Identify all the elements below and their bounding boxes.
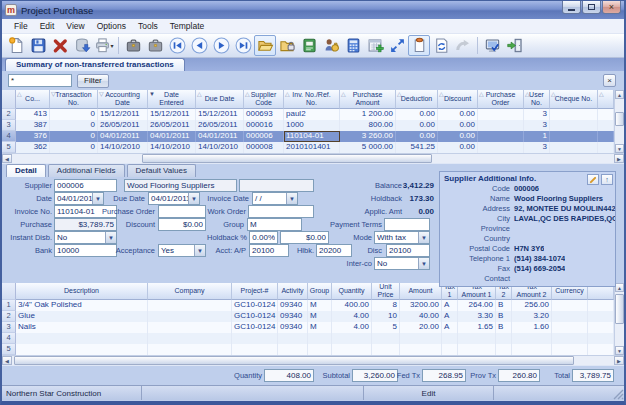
grid-cell[interactable]: 3200.00 xyxy=(400,300,442,311)
column-header[interactable]: △Co... xyxy=(16,90,50,109)
grid-cell[interactable] xyxy=(400,344,442,355)
row-number[interactable]: 4 xyxy=(2,131,16,142)
grid-cell[interactable] xyxy=(478,131,524,142)
grid-cell[interactable] xyxy=(552,311,588,322)
grid-cell[interactable]: 800.00 xyxy=(340,120,396,131)
refresh-document-button[interactable] xyxy=(430,35,452,56)
grid-cell[interactable] xyxy=(552,333,588,344)
new-document-button[interactable] xyxy=(5,35,27,56)
grid-cell[interactable]: M xyxy=(308,322,332,333)
grid-cell[interactable] xyxy=(552,344,588,355)
chevron-down-icon[interactable]: ▼ xyxy=(92,193,103,204)
grid-cell[interactable]: 10 xyxy=(372,311,400,322)
menu-template[interactable]: Template xyxy=(164,21,211,31)
grid-cell[interactable]: 26/05/2011 xyxy=(98,120,148,131)
due-date-combo[interactable]: 04/01/2011▼ xyxy=(148,192,200,205)
delete-button[interactable] xyxy=(49,35,71,56)
grid-cell[interactable] xyxy=(588,300,614,311)
edit-supplier-button[interactable] xyxy=(587,174,599,185)
grid-cell[interactable] xyxy=(332,333,372,344)
column-header[interactable]: △Inv. No./Ref. No. xyxy=(284,90,340,109)
row-selector-header[interactable] xyxy=(2,90,16,109)
chevron-down-icon[interactable]: ▼ xyxy=(418,258,429,269)
grid-cell[interactable]: 3/4" Oak Polished xyxy=(16,300,148,311)
grid-cell[interactable]: 14/10/2010 xyxy=(196,142,244,153)
grid-cell[interactable]: 000693 xyxy=(244,109,284,120)
column-header[interactable]: Unit Price xyxy=(372,283,400,300)
grid-cell[interactable]: 3.30 xyxy=(458,311,496,322)
grid-cell[interactable] xyxy=(16,344,148,355)
grid-cell[interactable] xyxy=(588,333,614,344)
grid-cell[interactable]: A xyxy=(442,311,458,322)
table-row[interactable]: 3NailsGC10-012409340M4.00520.00A1.65B1.6… xyxy=(2,322,614,333)
column-header[interactable]: ▽Accounting Date xyxy=(98,90,148,109)
grid-cell[interactable] xyxy=(308,344,332,355)
grid-cell[interactable] xyxy=(588,344,614,355)
grid-cell[interactable]: A xyxy=(442,322,458,333)
tab-summary[interactable]: Summary of non-transferred transactions xyxy=(5,58,185,71)
scroll-thumb[interactable] xyxy=(615,112,624,126)
column-header[interactable]: ▼Date Entered xyxy=(148,90,196,109)
open-folder-button[interactable] xyxy=(254,35,276,56)
chevron-down-icon[interactable]: ▼ xyxy=(286,193,297,204)
grid-cell[interactable]: 541.25 xyxy=(396,142,438,153)
grid-cell[interactable]: 0 xyxy=(50,109,98,120)
grid-cell[interactable]: GC10-0124 xyxy=(232,300,278,311)
maximize-button[interactable] xyxy=(582,1,601,14)
folder-lock-button[interactable] xyxy=(276,35,298,56)
nav-last-button[interactable] xyxy=(232,35,254,56)
grid-cell[interactable] xyxy=(550,131,598,142)
filter-button[interactable]: Filter xyxy=(77,74,109,88)
grid-cell[interactable]: 04/01/2011 xyxy=(148,131,196,142)
grid-cell[interactable] xyxy=(512,333,552,344)
grid-cell[interactable] xyxy=(550,120,598,131)
column-header[interactable]: Quantity xyxy=(332,283,372,300)
monitor-check-button[interactable] xyxy=(481,35,503,56)
grid-cell[interactable]: GC10-0124 xyxy=(232,322,278,333)
acceptance-combo[interactable]: Yes▼ xyxy=(158,244,206,257)
grid-cell[interactable]: 09340 xyxy=(278,311,308,322)
scroll-up-icon[interactable]: ▲ xyxy=(615,283,624,292)
invoice-date-combo[interactable]: / /▼ xyxy=(252,192,298,205)
grid-cell[interactable]: A xyxy=(442,300,458,311)
grid-cell[interactable] xyxy=(496,333,512,344)
grid-cell[interactable]: 20.00 xyxy=(400,322,442,333)
grid-cell[interactable] xyxy=(478,142,524,153)
column-header[interactable]: △Discount xyxy=(438,90,478,109)
grid-cell[interactable]: Nails xyxy=(16,322,148,333)
column-header[interactable]: △Due Date xyxy=(196,90,244,109)
column-header[interactable]: Group xyxy=(308,283,332,300)
note-button[interactable] xyxy=(408,35,430,56)
grid-cell[interactable]: 0 xyxy=(50,142,98,153)
inter-co-combo[interactable]: No▼ xyxy=(374,257,430,270)
grid-cell[interactable] xyxy=(148,300,232,311)
grid-cell[interactable] xyxy=(598,142,614,153)
row-number[interactable]: 2 xyxy=(2,109,16,120)
grid-cell[interactable]: 4.00 xyxy=(332,322,372,333)
grid-cell[interactable] xyxy=(148,322,232,333)
grid-cell[interactable] xyxy=(332,344,372,355)
grid-cell[interactable]: 3 260.00 xyxy=(340,131,396,142)
grid-cell[interactable]: 3 xyxy=(524,120,550,131)
grid-cell[interactable]: 413 xyxy=(16,109,50,120)
briefcase-1-button[interactable] xyxy=(122,35,144,56)
holdback-amt-input[interactable] xyxy=(280,231,329,244)
holdback-pct-input[interactable] xyxy=(249,231,278,244)
grid-cell[interactable]: B xyxy=(496,322,512,333)
grid-cell[interactable] xyxy=(598,109,614,120)
tab-additional-fields[interactable]: Additional Fields xyxy=(48,164,125,177)
grid-cell[interactable]: 15/12/2011 xyxy=(148,109,196,120)
grid-cell[interactable]: 0.00 xyxy=(438,142,478,153)
grid-cell[interactable] xyxy=(372,333,400,344)
exit-button[interactable] xyxy=(503,35,525,56)
nav-previous-button[interactable] xyxy=(188,35,210,56)
date-combo[interactable]: 04/01/2011▼ xyxy=(54,192,104,205)
grid-cell[interactable]: M xyxy=(308,300,332,311)
column-header[interactable]: Project-# xyxy=(232,283,278,300)
instant-disb-combo[interactable]: No▼ xyxy=(54,231,117,244)
scroll-down-icon[interactable]: ▼ xyxy=(615,144,624,153)
chevron-down-icon[interactable]: ▼ xyxy=(188,193,199,204)
grid-cell[interactable]: 3 xyxy=(524,142,550,153)
grid-cell[interactable] xyxy=(148,333,232,344)
column-header[interactable]: △ xyxy=(598,90,614,109)
